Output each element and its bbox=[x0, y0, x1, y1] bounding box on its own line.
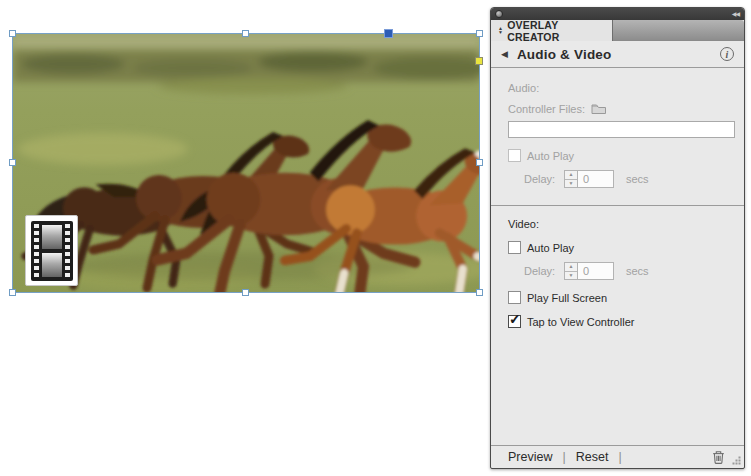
video-delay-label: Delay: bbox=[524, 265, 560, 277]
overlay-creator-panel: ◀◀ ▲▼ OVERLAY CREATOR ◀ Audio & Video i … bbox=[490, 7, 745, 469]
solid-blue-handle[interactable] bbox=[384, 29, 393, 38]
selection-handle-top-center[interactable] bbox=[242, 30, 249, 37]
video-delay-value-field[interactable]: 0 bbox=[578, 262, 614, 280]
panel-cycle-icon: ▲▼ bbox=[498, 27, 503, 34]
checkmark-icon: ✓ bbox=[509, 312, 521, 326]
collapse-panel-icon[interactable]: ◀◀ bbox=[732, 11, 739, 17]
panel-resize-grip[interactable] bbox=[732, 454, 741, 468]
section-divider bbox=[491, 205, 744, 206]
audio-auto-play-checkbox[interactable] bbox=[508, 149, 521, 162]
selection-handle-top-left[interactable] bbox=[9, 30, 16, 37]
selection-handle-mid-left[interactable] bbox=[9, 159, 16, 166]
back-arrow-button[interactable]: ◀ bbox=[501, 49, 508, 59]
section-title: Audio & Video bbox=[517, 47, 612, 62]
application-window: ◀◀ ▲▼ OVERLAY CREATOR ◀ Audio & Video i … bbox=[0, 0, 751, 476]
film-strip-icon bbox=[25, 215, 78, 286]
audio-delay-stepper[interactable]: ▲ ▼ bbox=[564, 170, 578, 188]
step-up-icon: ▲ bbox=[565, 263, 577, 272]
video-auto-play-label: Auto Play bbox=[527, 242, 574, 254]
footer-separator: | bbox=[618, 450, 621, 464]
audio-delay-label: Delay: bbox=[524, 173, 560, 185]
selection-handle-top-right[interactable] bbox=[476, 30, 483, 37]
selection-handle-bottom-right[interactable] bbox=[476, 289, 483, 296]
audio-auto-play-label: Auto Play bbox=[527, 150, 574, 162]
preview-button[interactable]: Preview bbox=[508, 450, 552, 464]
tap-to-view-controller-checkbox[interactable]: ✓ bbox=[508, 315, 521, 328]
selection-handle-bottom-left[interactable] bbox=[9, 289, 16, 296]
video-delay-stepper[interactable]: ▲ ▼ bbox=[564, 262, 578, 280]
audio-delay-unit: secs bbox=[626, 173, 649, 185]
info-icon[interactable]: i bbox=[720, 47, 734, 61]
live-corner-widget[interactable] bbox=[475, 57, 483, 65]
step-down-icon: ▼ bbox=[565, 272, 577, 280]
video-section-label: Video: bbox=[508, 218, 744, 230]
audio-section-label: Audio: bbox=[508, 82, 744, 94]
tab-bar-empty-area[interactable] bbox=[613, 20, 744, 41]
folder-icon[interactable] bbox=[591, 103, 607, 115]
tap-to-view-controller-label: Tap to View Controller bbox=[527, 316, 634, 328]
horses-video-poster bbox=[13, 34, 479, 292]
panel-footer: Preview | Reset | bbox=[491, 445, 744, 468]
tab-label: OVERLAY CREATOR bbox=[507, 19, 612, 43]
panel-tab-bar: ▲▼ OVERLAY CREATOR bbox=[491, 20, 744, 41]
video-delay-unit: secs bbox=[626, 265, 649, 277]
selected-video-frame[interactable] bbox=[12, 33, 480, 293]
play-full-screen-label: Play Full Screen bbox=[527, 292, 607, 304]
controller-files-input[interactable] bbox=[508, 121, 735, 138]
play-full-screen-checkbox[interactable] bbox=[508, 291, 521, 304]
tab-overlay-creator[interactable]: ▲▼ OVERLAY CREATOR bbox=[491, 20, 613, 41]
footer-separator: | bbox=[562, 450, 565, 464]
selection-handle-mid-right[interactable] bbox=[476, 159, 483, 166]
video-auto-play-checkbox[interactable] bbox=[508, 241, 521, 254]
reset-button[interactable]: Reset bbox=[576, 450, 609, 464]
step-up-icon: ▲ bbox=[565, 171, 577, 180]
panel-close-button[interactable] bbox=[495, 10, 503, 18]
selection-handle-bottom-center[interactable] bbox=[242, 289, 249, 296]
section-header: ◀ Audio & Video i bbox=[491, 41, 744, 68]
delete-overlay-trash-icon[interactable] bbox=[711, 450, 726, 465]
controller-files-label: Controller Files: bbox=[508, 103, 585, 115]
panel-body: Audio: Controller Files: Auto Play Delay… bbox=[491, 68, 744, 446]
audio-delay-value-field[interactable]: 0 bbox=[578, 170, 614, 188]
step-down-icon: ▼ bbox=[565, 180, 577, 188]
